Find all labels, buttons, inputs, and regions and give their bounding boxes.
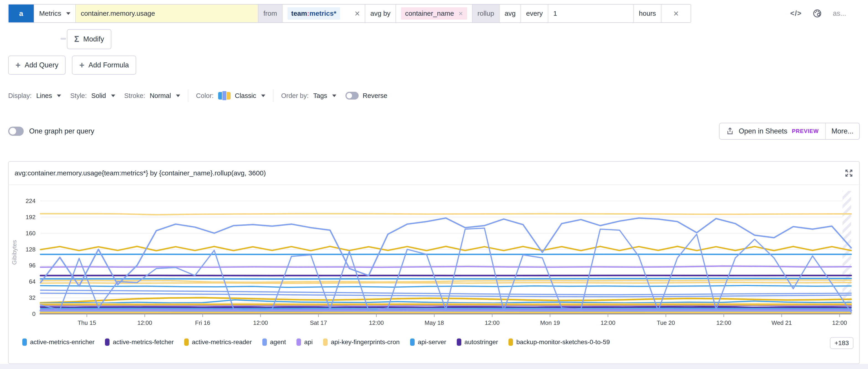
display-label: Display: [8,92,32,99]
graph-controls-row: One graph per query Open in Sheets PREVI… [8,123,860,140]
divider [273,89,274,102]
y-axis-label: Gibibytes [11,240,18,265]
interval-value-input[interactable]: 1 [548,5,634,22]
legend-label: backup-monitor-sketches-0-to-59 [516,338,610,346]
add-query-button[interactable]: + Add Query [8,56,66,75]
metrics-explorer-page: a Metrics container.memory.usage from te… [0,0,868,369]
legend-label: api [304,338,313,346]
remove-rollup-icon: × [673,9,679,18]
display-dropdown[interactable]: Lines [36,92,61,99]
more-button[interactable]: More... [825,123,859,139]
group-by-value: container_name [405,9,454,17]
group-by-tag[interactable]: container_name × [401,7,467,20]
reverse-toggle[interactable] [345,92,359,99]
stroke-label: Stroke: [124,92,145,99]
remove-filter-icon[interactable]: × [354,9,360,18]
x-tick-label: Tue 20 [657,319,675,326]
x-tick-label: 12:00 [600,319,615,326]
one-graph-per-query-toggle[interactable] [8,127,24,136]
legend-label: api-server [418,338,446,346]
stroke-dropdown[interactable]: Normal [150,92,180,99]
chart-legend-items: active-metrics-enricheractive-metrics-fe… [22,338,610,346]
interval-unit-dropdown[interactable]: hours [634,5,661,22]
share-icon [726,127,734,135]
series-line-active-metrics-enricher[interactable] [40,254,851,254]
filter-tag[interactable]: team : metrics* [287,7,340,20]
data-source-dropdown[interactable]: Metrics [34,5,76,22]
y-tick-label: 224 [26,197,35,204]
rollup-fn-dropdown[interactable]: avg [500,5,521,22]
legend-overflow-badge[interactable]: +183 [830,337,854,349]
x-tick-label: Mon 19 [540,319,560,326]
color-palette-dropdown[interactable]: Classic [218,91,265,100]
filter-segment[interactable]: team : metrics* × [283,5,366,22]
query-bar: a Metrics container.memory.usage from te… [8,4,691,23]
legend-item[interactable]: autostringer [457,338,498,346]
chevron-down-icon [66,12,70,15]
chart-panel: avg:container.memory.usage{team:metrics*… [8,161,860,364]
divider [188,89,188,102]
preview-badge: PREVIEW [792,128,819,134]
remove-rollup-button[interactable]: × [661,5,691,22]
modify-connector [61,38,66,40]
display-options-row: Display: Lines Style: Solid Stroke: Norm… [8,89,860,102]
more-label: More... [832,127,854,135]
order-by-value: Tags [313,92,327,99]
timeseries-plot[interactable]: 0326496128160192224Thu 1512:00Fri 1612:0… [9,185,859,336]
filter-tag-value: metrics* [309,9,336,17]
legend-label: api-key-fingerprints-cron [331,338,400,346]
series-line[interactable] [40,282,851,283]
stroke-value: Normal [150,92,171,99]
y-tick-label: 96 [29,262,35,269]
legend-item[interactable]: api [297,338,313,346]
modify-button[interactable]: Σ Modify [67,29,111,49]
legend-item[interactable]: backup-monitor-sketches-0-to-59 [508,338,610,346]
legend-swatch [457,338,461,346]
style-dropdown[interactable]: Solid [91,92,115,99]
palette-icon[interactable] [812,8,822,19]
legend-item[interactable]: active-metrics-enricher [22,338,94,346]
add-formula-label: Add Formula [89,61,129,69]
sigma-icon: Σ [74,34,79,44]
code-icon[interactable]: </> [790,9,802,18]
series-line-active-metrics-fetcher[interactable] [40,275,851,276]
remove-group-icon[interactable]: × [459,10,463,17]
order-by-label: Order by: [281,92,309,99]
legend-item[interactable]: active-metrics-reader [184,338,252,346]
avg-by-label: avg by [365,5,396,22]
open-in-sheets-button[interactable]: Open in Sheets PREVIEW [719,123,825,139]
legend-item[interactable]: api-key-fingerprints-cron [323,338,400,346]
as-menu[interactable]: as... [833,9,846,18]
series-line[interactable] [40,304,851,304]
metric-name-input[interactable]: container.memory.usage [76,5,258,22]
y-tick-label: 160 [26,230,35,237]
series-line-api-key-fingerprints-cron[interactable] [40,214,851,215]
legend-label: active-metrics-fetcher [113,338,174,346]
series-line-active-metrics-reader[interactable] [40,246,851,251]
x-tick-label: 12:00 [832,319,847,326]
legend-item[interactable]: active-metrics-fetcher [105,338,174,346]
x-tick-label: 12:00 [369,319,384,326]
group-by-segment[interactable]: container_name × [396,5,472,22]
add-formula-button[interactable]: + Add Formula [72,56,136,75]
x-tick-label: Wed 21 [771,319,792,326]
series-line-api[interactable] [40,266,851,267]
series-line[interactable] [40,228,851,312]
order-by-dropdown[interactable]: Tags [313,92,336,99]
series-line[interactable] [40,305,851,305]
series-line[interactable] [40,286,851,287]
open-in-sheets-label: Open in Sheets [739,127,787,135]
series-line[interactable] [40,310,851,311]
x-tick-label: 12:00 [716,319,731,326]
series-line-api-server[interactable] [40,278,851,279]
add-query-label: Add Query [25,61,58,69]
expand-button[interactable] [844,168,854,178]
series-line[interactable] [40,307,851,307]
legend-item[interactable]: agent [262,338,286,346]
legend-swatch [262,338,267,346]
legend-swatch [22,338,27,346]
series-line[interactable] [40,300,851,303]
legend-label: autostringer [465,338,498,346]
x-tick-label: Thu 15 [78,319,96,326]
legend-item[interactable]: api-server [410,338,446,346]
